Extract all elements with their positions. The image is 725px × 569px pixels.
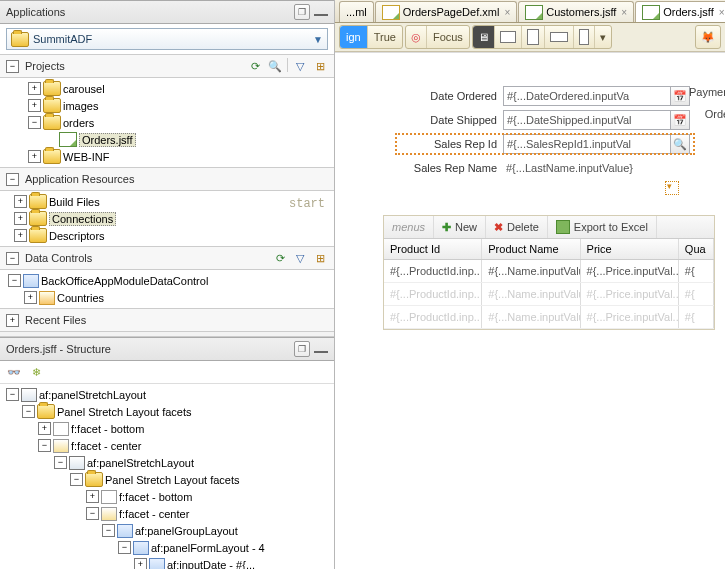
tree-node[interactable]: −BackOfficeAppModuleDataControl (4, 272, 330, 289)
panel-form-layout: Date Ordered #{...DateOrdered.inputVa 📅 … (393, 81, 697, 185)
structure-node[interactable]: −f:facet - center (4, 505, 330, 522)
col-product-name[interactable]: Product Name (482, 239, 580, 259)
structure-node[interactable]: −af:panelStretchLayout (4, 454, 330, 471)
layout-icon[interactable]: ⊞ (312, 58, 328, 74)
table-row[interactable]: #{...ProductId.inp... #{...Name.inputVal… (384, 260, 714, 283)
recent-files-header[interactable]: + Recent Files (0, 308, 334, 332)
refresh-icon[interactable]: ⟳ (272, 250, 288, 266)
label-payment-type: Payment Typ (637, 86, 725, 108)
expand-toggle[interactable]: + (6, 314, 19, 327)
collapse-toggle[interactable]: − (6, 252, 19, 265)
working-sets-icon[interactable]: 🔍 (267, 58, 283, 74)
close-icon[interactable]: × (504, 7, 510, 18)
new-button[interactable]: ✚New (434, 216, 486, 238)
structure-node[interactable]: −af:panelFormLayout - 4 (4, 539, 330, 556)
close-icon[interactable]: × (621, 7, 627, 18)
chevron-down-icon: ▼ (313, 34, 323, 45)
structure-node[interactable]: −Panel Stretch Layout facets (4, 471, 330, 488)
device-tablet-portrait-icon[interactable] (522, 26, 545, 48)
col-quantity[interactable]: Qua (679, 239, 714, 259)
device-phone-portrait-icon[interactable] (574, 26, 595, 48)
device-phone-landscape-icon[interactable] (545, 26, 574, 48)
col-price[interactable]: Price (581, 239, 679, 259)
true-button[interactable]: True (368, 26, 402, 48)
col-product-id[interactable]: Product Id (384, 239, 482, 259)
items-table: menus ✚New ✖Delete Export to Excel Produ… (383, 215, 715, 330)
app-resources-header[interactable]: − Application Resources (0, 167, 334, 191)
projects-tree: +carousel +images −orders Orders.jsff +W… (0, 78, 334, 167)
app-resources-tree: +Build Files +Connections +Descriptors (0, 191, 334, 246)
table-row-ghost: #{...ProductId.inp...#{...Name.inputValu… (384, 306, 714, 329)
restore-icon[interactable]: ❐ (294, 4, 310, 20)
jsff-icon (642, 5, 660, 20)
editor-toolbar: ign True ◎ Focus 🖥 ▾ 🦊 (335, 23, 725, 52)
minimize-icon[interactable] (314, 4, 328, 16)
tab-orders-pagedef[interactable]: OrdersPageDef.xml× (375, 1, 517, 22)
data-controls-tree: −BackOfficeAppModuleDataControl +Countri… (0, 270, 334, 308)
collapse-toggle[interactable]: − (6, 60, 19, 73)
folder-icon (37, 404, 55, 419)
panel-group-icon (117, 524, 133, 538)
export-excel-button[interactable]: Export to Excel (548, 216, 657, 238)
design-button[interactable]: ign (340, 26, 368, 48)
applications-label: Applications (6, 6, 65, 18)
browser-firefox-icon[interactable]: 🦊 (696, 26, 720, 48)
structure-node[interactable]: −Panel Stretch Layout facets (4, 403, 330, 420)
projects-header[interactable]: − Projects ⟳ 🔍 ▽ ⊞ (0, 54, 334, 78)
tab-pagedef-xml-other[interactable]: ...ml (339, 1, 374, 22)
refresh-icon[interactable]: ⟳ (247, 58, 263, 74)
menus-placeholder[interactable]: menus (384, 216, 434, 238)
filter-icon[interactable]: ▽ (292, 58, 308, 74)
applications-header: Applications ❐ (0, 0, 334, 24)
tree-node[interactable]: +images (4, 97, 330, 114)
folder-icon (43, 98, 61, 113)
structure-node[interactable]: −f:facet - center (4, 437, 330, 454)
cell-price: #{...Price.inputVal... (581, 260, 679, 282)
tree-node[interactable]: +Build Files (4, 193, 330, 210)
app-icon (11, 32, 29, 47)
structure-header: Orders.jsff - Structure ❐ (0, 337, 334, 361)
jsff-icon (59, 132, 77, 147)
label-total: Tota (637, 130, 725, 152)
design-canvas: start Date Ordered #{...DateOrdered.inpu… (335, 52, 725, 569)
device-desktop-icon[interactable]: 🖥 (473, 26, 495, 48)
structure-node[interactable]: −af:panelStretchLayout (4, 386, 330, 403)
tree-node[interactable]: +carousel (4, 80, 330, 97)
close-icon[interactable]: × (719, 7, 725, 18)
facet-icon (101, 507, 117, 521)
tree-node[interactable]: +WEB-INF (4, 148, 330, 165)
structure-node[interactable]: +f:facet - bottom (4, 420, 330, 437)
cell-quantity: #{ (679, 260, 714, 282)
tree-node[interactable]: −orders (4, 114, 330, 131)
tab-customers-jsff[interactable]: Customers.jsff× (518, 1, 634, 22)
tree-node-file[interactable]: Orders.jsff (4, 131, 330, 148)
file-orders-jsff: Orders.jsff (79, 133, 136, 147)
focus-button[interactable]: Focus (427, 26, 469, 48)
tree-node[interactable]: +Descriptors (4, 227, 330, 244)
focus-target-icon[interactable]: ◎ (406, 26, 427, 48)
structure-node[interactable]: +f:facet - bottom (4, 488, 330, 505)
tree-node[interactable]: +Connections (4, 210, 330, 227)
application-selector[interactable]: SummitADF ▼ (6, 28, 328, 50)
facet-icon (101, 490, 117, 504)
form-row-sales-rep-name[interactable]: Sales Rep Name #{...LastName.inputValue} (395, 157, 695, 179)
layout-icon[interactable]: ⊞ (312, 250, 328, 266)
tab-orders-jsff[interactable]: Orders.jsff× (635, 1, 725, 22)
structure-node[interactable]: +af:inputDate - #{... (4, 556, 330, 569)
freeze-icon[interactable]: ❄ (28, 364, 44, 380)
tree-node[interactable]: +Countries (4, 289, 330, 306)
collapse-toggle[interactable]: − (6, 173, 19, 186)
minimize-icon[interactable] (314, 341, 328, 353)
structure-tree: −af:panelStretchLayout −Panel Stretch La… (0, 384, 334, 569)
restore-icon[interactable]: ❐ (294, 341, 310, 357)
panel-stretch-icon (69, 456, 85, 470)
device-more-icon[interactable]: ▾ (595, 26, 611, 48)
delete-button[interactable]: ✖Delete (486, 216, 548, 238)
filter-icon[interactable]: ▽ (292, 250, 308, 266)
structure-node[interactable]: −af:panelGroupLayout (4, 522, 330, 539)
start-facet-label: start (289, 197, 325, 211)
device-tablet-landscape-icon[interactable] (495, 26, 522, 48)
show-binding-icon[interactable]: 👓 (6, 364, 22, 380)
folder-icon (43, 115, 61, 130)
data-controls-header[interactable]: − Data Controls ⟳ ▽ ⊞ (0, 246, 334, 270)
